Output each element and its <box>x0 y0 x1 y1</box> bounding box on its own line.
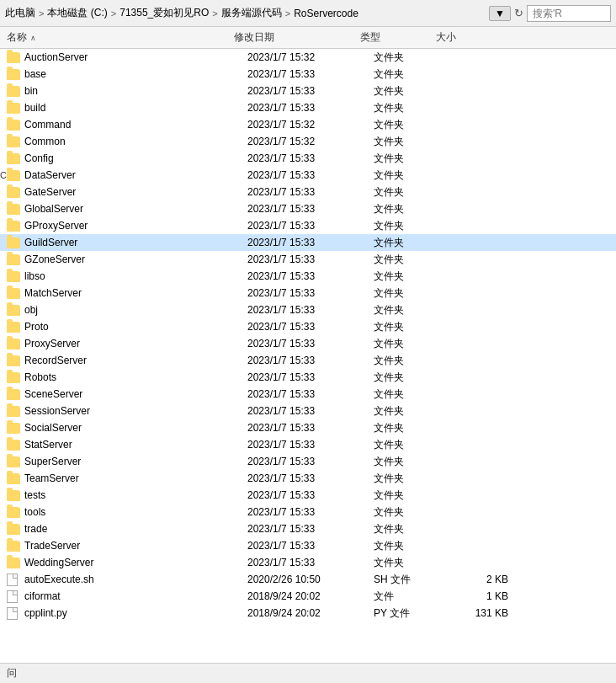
table-row[interactable]: GProxyServer2023/1/7 15:33文件夹 <box>0 217 616 234</box>
file-date: 2023/1/7 15:33 <box>247 68 374 80</box>
table-row[interactable]: SessionServer2023/1/7 15:33文件夹 <box>0 403 616 419</box>
breadcrumb-folder2[interactable]: 服务端源代码 <box>221 6 282 20</box>
folder-icon <box>7 101 20 115</box>
file-name: GProxyServer <box>24 220 247 232</box>
table-row[interactable]: TradeServer2023/1/7 15:33文件夹 <box>0 537 616 554</box>
table-row[interactable]: StatServer2023/1/7 15:33文件夹 <box>0 436 616 453</box>
file-name: TradeServer <box>24 540 247 552</box>
table-row[interactable]: cpplint.py2018/9/24 20:02PY 文件131 KB <box>0 605 616 622</box>
table-row[interactable]: AuctionServer2023/1/7 15:32文件夹 <box>0 49 616 66</box>
file-type: 文件夹 <box>374 488 449 503</box>
table-row[interactable]: obj2023/1/7 15:33文件夹 <box>0 301 616 318</box>
file-type: 文件夹 <box>374 539 449 553</box>
table-row[interactable]: tools2023/1/7 15:33文件夹 <box>0 504 616 520</box>
table-row[interactable]: Config2023/1/7 15:33文件夹 <box>0 150 616 167</box>
table-row[interactable]: build2023/1/7 15:33文件夹 <box>0 99 616 116</box>
file-list: AuctionServer2023/1/7 15:32文件夹base2023/1… <box>0 49 616 663</box>
col-header-size[interactable]: 大小 <box>436 30 503 45</box>
file-name: bin <box>24 85 247 97</box>
file-icon <box>7 573 20 586</box>
table-row[interactable]: trade2023/1/7 15:33文件夹 <box>0 520 616 537</box>
refresh-button[interactable]: ↻ <box>514 7 523 19</box>
table-row[interactable]: SocialServer2023/1/7 15:33文件夹 <box>0 419 616 436</box>
breadcrumb-pc[interactable]: 此电脑 <box>5 6 35 20</box>
table-row[interactable]: TeamServer2023/1/7 15:33文件夹 <box>0 470 616 487</box>
table-row[interactable]: GlobalServer2023/1/7 15:33文件夹 <box>0 200 616 217</box>
file-name: GateServer <box>24 186 247 198</box>
file-name: StatServer <box>24 439 247 451</box>
search-input[interactable] <box>527 5 611 22</box>
file-name: DataServer <box>24 169 247 181</box>
col-header-date[interactable]: 修改日期 <box>234 30 360 45</box>
file-type: 文件夹 <box>374 185 449 200</box>
file-icon <box>7 606 20 620</box>
folder-icon <box>7 488 20 502</box>
file-type: 文件夹 <box>374 152 449 166</box>
table-row[interactable]: GateServer2023/1/7 15:33文件夹 <box>0 184 616 200</box>
file-date: 2023/1/7 15:33 <box>247 540 374 552</box>
table-row[interactable]: autoExecute.sh2020/2/26 10:50SH 文件2 KB <box>0 571 616 588</box>
file-date: 2023/1/7 15:33 <box>247 85 374 97</box>
table-row[interactable]: Robots2023/1/7 15:33文件夹 <box>0 369 616 386</box>
table-row[interactable]: Command2023/1/7 15:32文件夹 <box>0 116 616 133</box>
table-row[interactable]: DataServer2023/1/7 15:33文件夹 <box>0 167 616 184</box>
file-name: MatchServer <box>24 287 247 299</box>
file-date: 2023/1/7 15:33 <box>247 405 374 417</box>
table-row[interactable]: MatchServer2023/1/7 15:33文件夹 <box>0 285 616 301</box>
file-type: 文件夹 <box>374 556 449 570</box>
file-type: 文件夹 <box>374 168 449 183</box>
file-name: AuctionServer <box>24 51 247 63</box>
file-date: 2018/9/24 20:02 <box>247 590 374 602</box>
folder-icon <box>7 556 20 569</box>
file-icon <box>7 590 20 603</box>
table-row[interactable]: GZoneServer2023/1/7 15:33文件夹 <box>0 251 616 268</box>
sort-arrow-icon: ∧ <box>30 34 36 42</box>
file-date: 2023/1/7 15:33 <box>247 557 374 568</box>
folder-icon <box>7 269 20 283</box>
breadcrumb-folder3[interactable]: RoServercode <box>294 8 358 19</box>
file-date: 2023/1/7 15:32 <box>247 136 374 147</box>
file-name: cpplint.py <box>24 607 247 619</box>
table-row[interactable]: GuildServer2023/1/7 15:33文件夹 <box>0 234 616 251</box>
table-row[interactable]: RecordServer2023/1/7 15:33文件夹 <box>0 352 616 369</box>
table-row[interactable]: libso2023/1/7 15:33文件夹 <box>0 268 616 285</box>
status-bar: 问 <box>0 663 616 683</box>
file-type: 文件夹 <box>374 253 449 267</box>
file-date: 2023/1/7 15:33 <box>247 270 374 282</box>
file-name: GuildServer <box>24 237 247 248</box>
table-row[interactable]: base2023/1/7 15:33文件夹 <box>0 66 616 83</box>
file-date: 2023/1/7 15:33 <box>247 220 374 232</box>
file-date: 2023/1/7 15:32 <box>247 51 374 63</box>
table-row[interactable]: SceneServer2023/1/7 15:33文件夹 <box>0 386 616 403</box>
file-type: 文件夹 <box>374 269 449 284</box>
file-name: tests <box>24 489 247 501</box>
table-row[interactable]: tests2023/1/7 15:33文件夹 <box>0 487 616 504</box>
col-header-type[interactable]: 类型 <box>360 30 436 45</box>
file-name: Common <box>24 136 247 147</box>
file-type: 文件夹 <box>374 202 449 216</box>
table-row[interactable]: SuperServer2023/1/7 15:33文件夹 <box>0 453 616 470</box>
file-name: RecordServer <box>24 355 247 366</box>
file-type: 文件夹 <box>374 404 449 419</box>
file-date: 2023/1/7 15:33 <box>247 152 374 164</box>
table-row[interactable]: WeddingServer2023/1/7 15:33文件夹 <box>0 554 616 571</box>
file-type: 文件夹 <box>374 387 449 402</box>
file-name: libso <box>24 270 247 282</box>
file-type: 文件夹 <box>374 371 449 385</box>
table-row[interactable]: ProxyServer2023/1/7 15:33文件夹 <box>0 335 616 352</box>
file-name: autoExecute.sh <box>24 574 247 585</box>
folder-icon <box>7 67 20 81</box>
table-row[interactable]: Common2023/1/7 15:32文件夹 <box>0 133 616 150</box>
table-row[interactable]: Proto2023/1/7 15:33文件夹 <box>0 318 616 335</box>
folder-icon <box>7 337 20 350</box>
dropdown-button[interactable]: ▼ <box>489 6 511 21</box>
breadcrumb-drive[interactable]: 本地磁盘 (C:) <box>47 6 107 20</box>
file-type: 文件夹 <box>374 219 449 233</box>
table-row[interactable]: bin2023/1/7 15:33文件夹 <box>0 83 616 99</box>
file-name: TeamServer <box>24 472 247 484</box>
table-row[interactable]: ciformat2018/9/24 20:02文件1 KB <box>0 588 616 605</box>
file-type: 文件夹 <box>374 67 449 82</box>
breadcrumb-folder1[interactable]: 71355_爱如初见RO <box>119 6 209 20</box>
folder-icon <box>7 438 20 451</box>
col-header-name[interactable]: 名称 ∧ <box>7 30 234 45</box>
